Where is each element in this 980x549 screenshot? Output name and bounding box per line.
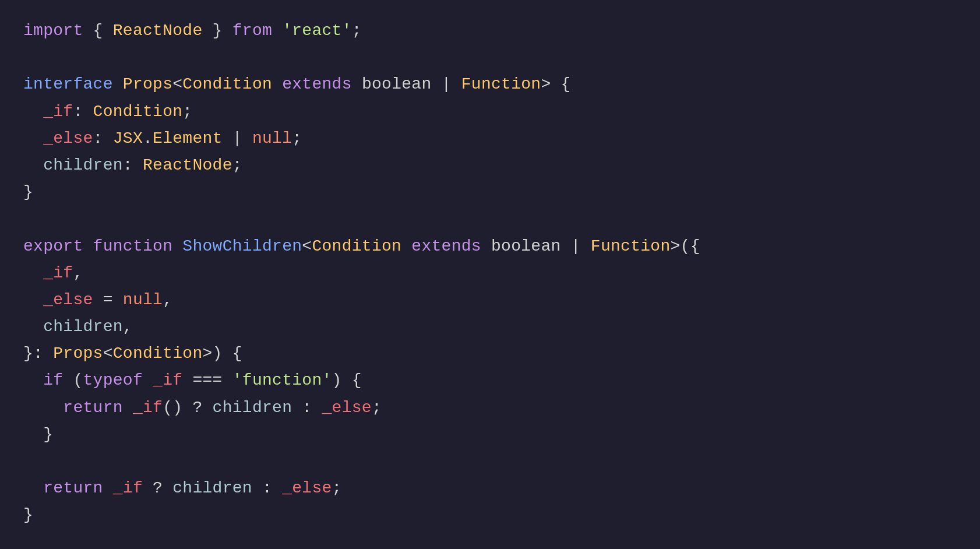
code-token: Function — [461, 75, 541, 93]
code-token: null — [123, 291, 163, 309]
code-token: _if — [113, 479, 143, 497]
code-token — [23, 399, 63, 417]
code-token: Condition — [93, 103, 183, 121]
code-token: >) { — [203, 344, 242, 363]
code-token: extends — [282, 75, 352, 93]
code-token: import — [23, 22, 83, 40]
code-token: 'react' — [282, 22, 352, 40]
code-token: 'function' — [232, 371, 332, 389]
code-token: } — [23, 425, 53, 444]
code-token: children — [172, 479, 252, 497]
code-token: === — [182, 371, 232, 389]
code-line: if (typeof _if === 'function') { — [23, 367, 957, 394]
code-token — [272, 22, 282, 40]
code-token: : — [252, 479, 282, 497]
code-token: ) { — [332, 371, 362, 389]
code-token: if — [43, 371, 63, 389]
code-token: ; — [232, 156, 242, 174]
code-token: _if — [153, 371, 182, 389]
code-token — [83, 237, 93, 255]
code-line: _if, — [23, 260, 957, 287]
code-token: = — [93, 291, 123, 309]
code-line: } — [23, 502, 957, 529]
code-line: _else: JSX.Element | null; — [23, 125, 957, 152]
code-token: , — [73, 264, 83, 282]
code-token: return — [43, 479, 103, 497]
code-token: } — [23, 506, 33, 524]
code-token: < — [103, 344, 113, 363]
code-token: : — [33, 344, 53, 363]
code-token: } — [23, 183, 33, 201]
code-line: children, — [23, 314, 957, 340]
code-line: import { ReactNode } from 'react'; — [23, 17, 957, 44]
code-token: ; — [352, 22, 362, 40]
code-line: _else = null, — [23, 287, 957, 314]
code-token: _else — [23, 129, 93, 147]
code-token: ; — [182, 103, 192, 121]
code-token — [23, 479, 43, 497]
code-token: _else — [322, 399, 372, 417]
code-token: export — [23, 237, 83, 255]
code-token — [143, 371, 153, 389]
code-token: boolean | — [352, 75, 461, 93]
code-token: JSX — [113, 129, 143, 147]
code-token — [23, 371, 43, 389]
code-token: children — [23, 156, 123, 174]
code-token: Function — [591, 237, 671, 255]
code-line: } — [23, 179, 957, 206]
code-token: null — [252, 129, 292, 147]
code-line: export function ShowChildren<Condition e… — [23, 233, 957, 260]
code-editor: import { ReactNode } from 'react'; inter… — [0, 0, 980, 547]
code-token: _if — [23, 264, 73, 282]
code-token: function — [93, 237, 173, 255]
code-token: : — [73, 103, 93, 121]
code-token — [172, 237, 182, 255]
code-token — [401, 237, 411, 255]
code-token: typeof — [83, 371, 143, 389]
code-token: ReactNode — [143, 156, 232, 174]
code-token: _else — [23, 291, 93, 309]
code-token: () ? — [163, 399, 212, 417]
code-token: ( — [63, 371, 83, 389]
code-token: from — [232, 22, 272, 40]
code-token: Condition — [312, 237, 401, 255]
code-token: _if — [133, 399, 163, 417]
code-line — [23, 206, 957, 233]
code-token: ReactNode — [113, 22, 203, 40]
code-token: children — [213, 399, 292, 417]
code-token: : — [93, 129, 113, 147]
code-token: children — [23, 318, 123, 336]
code-line — [23, 448, 957, 475]
code-token: ; — [332, 479, 342, 497]
code-token: ? — [143, 479, 172, 497]
code-token — [272, 75, 282, 93]
code-token: . — [143, 129, 153, 147]
code-token: Condition — [182, 75, 272, 93]
code-token: interface — [23, 75, 113, 93]
code-line: interface Props<Condition extends boolea… — [23, 71, 957, 98]
code-token: , — [123, 318, 133, 336]
code-line: }: Props<Condition>) { — [23, 340, 957, 367]
code-token: : — [292, 399, 322, 417]
code-token: >({​ — [670, 237, 700, 255]
code-token: < — [172, 75, 182, 93]
code-token: _else — [282, 479, 332, 497]
code-token — [113, 75, 123, 93]
code-token — [123, 399, 133, 417]
code-token: { — [83, 22, 113, 40]
code-token — [103, 479, 113, 497]
code-token: : — [123, 156, 143, 174]
code-token: Props — [123, 75, 172, 93]
code-token: | — [223, 129, 252, 147]
code-token: extends — [411, 237, 481, 255]
code-token: ShowChildren — [182, 237, 302, 255]
code-token: ; — [292, 129, 302, 147]
code-token: _if — [23, 103, 73, 121]
code-token: Props — [53, 344, 103, 363]
code-token: } — [23, 344, 33, 363]
code-line: _if: Condition; — [23, 98, 957, 125]
code-token: Condition — [113, 344, 203, 363]
code-token: boolean | — [481, 237, 591, 255]
code-token: > { — [541, 75, 570, 93]
code-token: < — [302, 237, 312, 255]
